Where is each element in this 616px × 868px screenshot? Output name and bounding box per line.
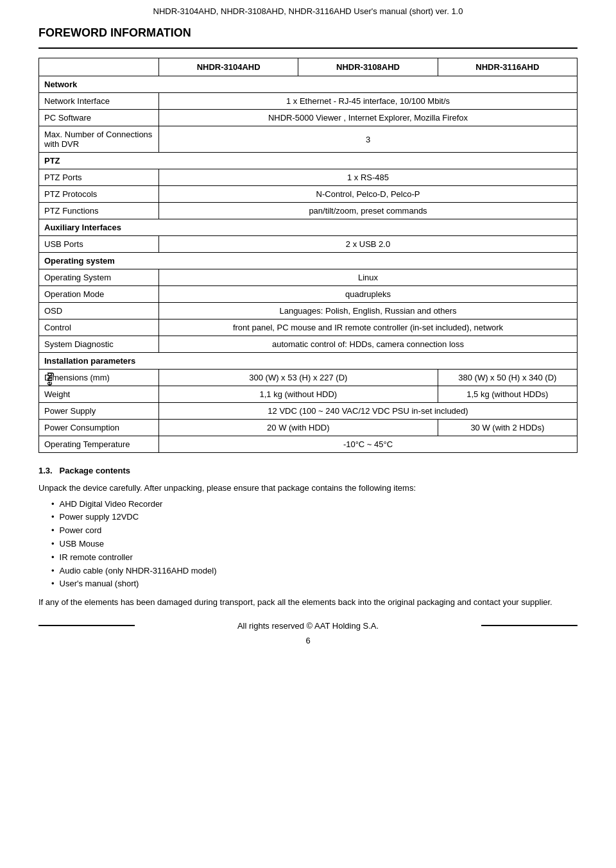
section-row-label: Installation parameters [39, 353, 578, 370]
row-label: Dimensions (mm) [39, 370, 159, 386]
row-value-col2: 300 (W) x 53 (H) x 227 (D) [159, 370, 438, 386]
row-value-col4: 1,5 kg (without HDDs) [438, 386, 577, 403]
table-row: PTZ ProtocolsN-Control, Pelco-D, Pelco-P [39, 186, 578, 203]
row-label: Operating Temperature [39, 436, 159, 453]
footer-line-left [38, 625, 135, 626]
table-row: Power Supply12 VDC (100 ~ 240 VAC/12 VDC… [39, 403, 578, 420]
row-label: Max. Number of Connections with DVR [39, 126, 159, 153]
table-row: Network Interface1 x Ethernet - RJ-45 in… [39, 93, 578, 110]
table-row: Max. Number of Connections with DVR3 [39, 126, 578, 153]
footer: All rights reserved © AAT Holding S.A. [38, 621, 578, 631]
row-value: pan/tilt/zoom, preset commands [159, 203, 578, 219]
table-row: Power Consumption20 W (with HDD)30 W (wi… [39, 420, 578, 436]
table-row: PTZ [39, 153, 578, 169]
list-item: Power supply 12VDC [51, 511, 578, 524]
row-value: Linux [159, 269, 578, 286]
table-row: PTZ Ports1 x RS-485 [39, 169, 578, 186]
row-label: Power Consumption [39, 420, 159, 436]
section-row-label: PTZ [39, 153, 578, 169]
table-row: PTZ Functionspan/tilt/zoom, preset comma… [39, 203, 578, 219]
package-intro: Unpack the device carefully. After unpac… [38, 482, 578, 495]
row-label: Operating System [39, 269, 159, 286]
row-value: 3 [159, 126, 578, 153]
row-label: PTZ Functions [39, 203, 159, 219]
row-value: NHDR-5000 Viewer , Internet Explorer, Mo… [159, 110, 578, 126]
row-label: PC Software [39, 110, 159, 126]
row-label: PTZ Ports [39, 169, 159, 186]
row-value: N-Control, Pelco-D, Pelco-P [159, 186, 578, 203]
row-value-col2: 1,1 kg (without HDD) [159, 386, 438, 403]
table-row: Weight1,1 kg (without HDD)1,5 kg (withou… [39, 386, 578, 403]
row-value: 2 x USB 2.0 [159, 236, 578, 253]
table-row: PC SoftwareNHDR-5000 Viewer , Internet E… [39, 110, 578, 126]
list-item: User's manual (short) [51, 577, 578, 591]
row-value: 1 x RS-485 [159, 169, 578, 186]
col-header-model1: NHDR-3104AHD [159, 58, 298, 76]
row-value: 1 x Ethernet - RJ-45 interface, 10/100 M… [159, 93, 578, 110]
table-row: Network [39, 76, 578, 93]
table-row: Operating system [39, 253, 578, 269]
row-value-col2: 20 W (with HDD) [159, 420, 438, 436]
table-row: Dimensions (mm)300 (W) x 53 (H) x 227 (D… [39, 370, 578, 386]
list-item: IR remote controller [51, 551, 578, 565]
section-row-label: Auxiliary Interfaces [39, 219, 578, 236]
table-row: Operation Modequadrupleks [39, 286, 578, 303]
table-row: OSDLanguages: Polish, English, Russian a… [39, 303, 578, 319]
package-section-label: Package contents [60, 466, 131, 475]
table-row: Controlfront panel, PC mouse and IR remo… [39, 319, 578, 336]
col-header-model3: NHDR-3116AHD [438, 58, 577, 76]
foreword-title: FOREWORD INFORMATION [38, 26, 578, 40]
table-row: USB Ports2 x USB 2.0 [39, 236, 578, 253]
row-label: System Diagnostic [39, 336, 159, 353]
package-note: If any of the elements has been damaged … [38, 596, 578, 609]
col-header-model2: NHDR-3108AHD [298, 58, 438, 76]
row-value-col4: 30 W (with 2 HDDs) [438, 420, 577, 436]
package-section-num: 1.3. [38, 466, 53, 475]
table-row: Operating Temperature-10°C ~ 45°C [39, 436, 578, 453]
table-row: Auxiliary Interfaces [39, 219, 578, 236]
section-row-label: Network [39, 76, 578, 93]
footer-text: All rights reserved © AAT Holding S.A. [237, 621, 379, 631]
table-row: Operating SystemLinux [39, 269, 578, 286]
table-row: System Diagnosticautomatic control of: H… [39, 336, 578, 353]
row-label: PTZ Protocols [39, 186, 159, 203]
table-row: Installation parameters [39, 353, 578, 370]
row-label: OSD [39, 303, 159, 319]
list-item: Audio cable (only NHDR-3116AHD model) [51, 565, 578, 578]
row-value: front panel, PC mouse and IR remote cont… [159, 319, 578, 336]
row-value: 12 VDC (100 ~ 240 VAC/12 VDC PSU in-set … [159, 403, 578, 420]
specs-table: NHDR-3104AHD NHDR-3108AHD NHDR-3116AHD N… [38, 58, 578, 453]
row-value: Languages: Polish, English, Russian and … [159, 303, 578, 319]
row-label: USB Ports [39, 236, 159, 253]
row-value: -10°C ~ 45°C [159, 436, 578, 453]
page-header: NHDR-3104AHD, NHDR-3108AHD, NHDR-3116AHD… [0, 0, 616, 20]
col-header-label [39, 58, 159, 76]
list-item: AHD Digital Video Recorder [51, 498, 578, 511]
row-value: automatic control of: HDDs, camera conne… [159, 336, 578, 353]
row-label: Power Supply [39, 403, 159, 420]
list-item: Power cord [51, 524, 578, 538]
row-label: Operation Mode [39, 286, 159, 303]
eng-sidebar-label: eng [45, 372, 54, 386]
package-section: 1.3. Package contents Unpack the device … [38, 464, 578, 609]
row-value-col4: 380 (W) x 50 (H) x 340 (D) [438, 370, 577, 386]
page-number: 6 [38, 636, 578, 645]
row-label: Control [39, 319, 159, 336]
list-item: USB Mouse [51, 538, 578, 551]
package-title: 1.3. Package contents [38, 464, 578, 478]
row-value: quadrupleks [159, 286, 578, 303]
row-label: Weight [39, 386, 159, 403]
row-label: Network Interface [39, 93, 159, 110]
package-list: AHD Digital Video RecorderPower supply 1… [51, 498, 578, 591]
section-row-label: Operating system [39, 253, 578, 269]
header-title: NHDR-3104AHD, NHDR-3108AHD, NHDR-3116AHD… [153, 6, 463, 16]
footer-line-right [481, 625, 578, 626]
